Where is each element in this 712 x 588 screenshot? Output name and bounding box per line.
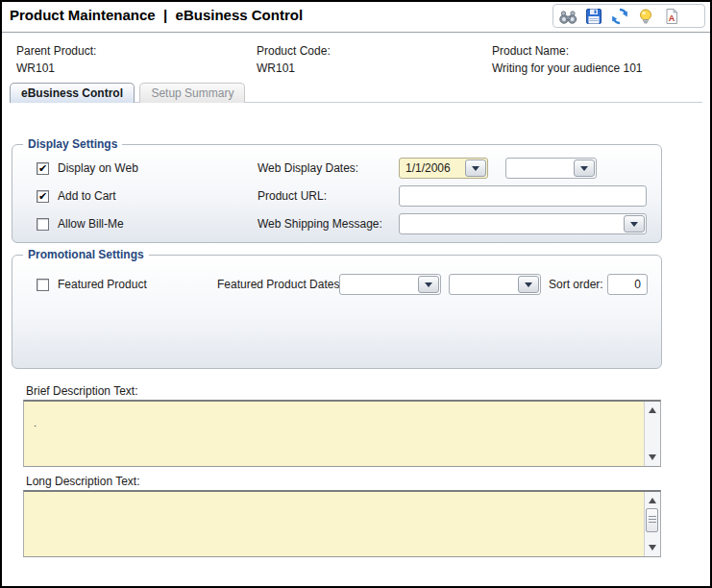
- display-settings-group: Display Settings ✔ Display on Web Web Di…: [12, 144, 662, 243]
- refresh-arrows-icon[interactable]: [610, 7, 629, 26]
- long-description-text[interactable]: [24, 492, 644, 556]
- add-to-cart-checkbox-box[interactable]: ✔: [37, 190, 49, 203]
- web-display-start-date-combo[interactable]: 1/1/2006: [399, 158, 488, 179]
- display-settings-legend: Display Settings: [23, 137, 122, 151]
- record-header-panel: Parent Product: WR101 Product Code: WR10…: [2, 32, 710, 83]
- featured-end-date-combo[interactable]: [449, 274, 541, 295]
- promotional-settings-legend: Promotional Settings: [23, 248, 149, 261]
- display-on-web-label: Display on Web: [58, 161, 138, 175]
- long-description-label: Long Description Text:: [26, 475, 140, 488]
- product-code-label: Product Code:: [257, 44, 331, 58]
- featured-product-label: Featured Product: [58, 278, 147, 291]
- product-url-input[interactable]: [399, 185, 647, 207]
- scroll-up-icon[interactable]: [645, 494, 660, 507]
- product-code-value: WR101: [257, 61, 295, 75]
- display-on-web-checkbox-box[interactable]: ✔: [37, 162, 49, 175]
- product-url-label: Product URL:: [258, 189, 327, 203]
- promotional-settings-group: Promotional Settings Featured Product Fe…: [12, 255, 662, 369]
- page-title: Product Maintenance | eBusiness Control: [10, 7, 303, 23]
- parent-product-value: WR101: [16, 61, 55, 75]
- long-description-textarea[interactable]: [23, 490, 661, 557]
- long-description-scrollbar[interactable]: [644, 492, 660, 556]
- product-name-value: Writing for your audience 101: [492, 61, 643, 75]
- parent-product-label: Parent Product:: [16, 44, 96, 58]
- brief-description-text[interactable]: .: [24, 402, 644, 466]
- featured-end-date-dropdown-icon[interactable]: [518, 276, 539, 293]
- web-display-start-date-value: 1/1/2006: [400, 161, 465, 175]
- display-settings-row-2: ✔ Add to Cart Product URL:: [12, 185, 661, 207]
- web-display-start-date-dropdown-icon[interactable]: [465, 159, 486, 177]
- tip-lightbulb-icon[interactable]: [636, 7, 655, 26]
- report-document-icon[interactable]: A: [662, 7, 681, 26]
- promotional-settings-row: Featured Product Featured Product Dates:…: [12, 274, 661, 295]
- featured-start-date-combo[interactable]: [339, 274, 441, 295]
- title-bar: Product Maintenance | eBusiness Control: [2, 2, 710, 32]
- allow-bill-me-label: Allow Bill-Me: [58, 217, 124, 231]
- display-on-web-checkbox[interactable]: ✔ Display on Web: [37, 158, 138, 179]
- featured-product-dates-label: Featured Product Dates:: [217, 278, 343, 291]
- featured-product-checkbox-box[interactable]: [37, 279, 49, 291]
- scroll-down-icon[interactable]: [645, 451, 660, 464]
- find-binoculars-icon[interactable]: [558, 7, 577, 26]
- sort-order-label: Sort order:: [549, 278, 603, 291]
- display-settings-row-1: ✔ Display on Web Web Display Dates: 1/1/…: [12, 158, 661, 179]
- scrollbar-thumb[interactable]: [646, 508, 658, 532]
- svg-text:A: A: [669, 12, 675, 22]
- product-maintenance-window: Product Maintenance | eBusiness Control: [0, 0, 712, 588]
- web-shipping-message-combo[interactable]: [399, 213, 647, 234]
- tab-bar: eBusiness Control Setup Summary: [10, 83, 702, 103]
- allow-bill-me-checkbox-box[interactable]: [37, 218, 49, 231]
- save-floppy-icon[interactable]: [584, 7, 603, 26]
- brief-description-textarea[interactable]: .: [23, 400, 661, 467]
- web-shipping-message-label: Web Shipping Message:: [258, 217, 382, 231]
- brief-description-scrollbar[interactable]: [644, 402, 660, 466]
- tab-ebusiness-control[interactable]: eBusiness Control: [10, 83, 135, 103]
- tab-setup-summary[interactable]: Setup Summary: [139, 83, 245, 103]
- sort-order-input[interactable]: [607, 274, 648, 295]
- scroll-down-icon[interactable]: [645, 541, 660, 554]
- web-shipping-message-dropdown-icon[interactable]: [624, 215, 645, 233]
- brief-description-label: Brief Description Text:: [26, 384, 138, 398]
- add-to-cart-label: Add to Cart: [58, 189, 116, 203]
- display-settings-row-3: Allow Bill-Me Web Shipping Message:: [12, 213, 661, 234]
- featured-start-date-dropdown-icon[interactable]: [418, 276, 439, 293]
- web-display-end-date-combo[interactable]: [505, 158, 597, 179]
- web-display-end-date-dropdown-icon[interactable]: [574, 159, 595, 177]
- web-display-dates-label: Web Display Dates:: [258, 161, 358, 175]
- allow-bill-me-checkbox[interactable]: Allow Bill-Me: [37, 213, 124, 234]
- toolbar: A: [552, 4, 705, 28]
- featured-product-checkbox[interactable]: Featured Product: [37, 274, 147, 295]
- scroll-up-icon[interactable]: [645, 404, 660, 417]
- add-to-cart-checkbox[interactable]: ✔ Add to Cart: [37, 185, 116, 207]
- product-name-label: Product Name:: [492, 44, 569, 58]
